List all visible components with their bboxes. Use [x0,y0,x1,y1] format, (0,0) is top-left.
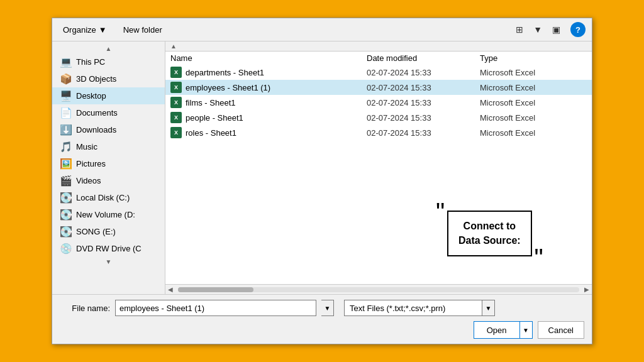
new-volume-d-label: New Volume (D: [76,210,135,219]
sidebar-item-downloads[interactable]: ⬇️ Downloads [52,121,165,138]
open-file-dialog: Organize ▼ New folder ⊞ ▼ ▣ ? ▲ 💻 This P… [52,18,592,344]
sidebar-item-dvd-rw[interactable]: 💿 DVD RW Drive (C [52,240,165,257]
organize-button[interactable]: Organize ▼ [58,23,111,37]
preview-pane-icon[interactable]: ▣ [548,22,564,37]
col-type-header[interactable]: Type [480,53,592,63]
file-columns: Name Date modified Type [165,52,592,65]
help-button[interactable]: ? [570,22,586,37]
file-date-cell: 02-07-2024 15:33 [367,98,480,107]
3d-objects-icon: 📦 [60,73,72,85]
sidebar-item-pictures[interactable]: 🖼️ Pictures [52,155,165,172]
buttons-row: Open ▼ Cancel [60,321,584,339]
table-row[interactable]: X roles - Sheet1 02-07-2024 15:33 Micros… [165,125,592,140]
file-type-cell: Microsoft Excel [480,98,592,107]
file-name-cell: X roles - Sheet1 [165,127,367,138]
filetype-value: Text Files (*.txt;*.csv;*.prn) [344,300,482,316]
3d-objects-label: 3D Objects [76,74,116,84]
filetype-dropdown-button[interactable]: ▼ [482,300,495,316]
new-volume-d-icon: 💽 [60,209,72,221]
filetype-select: Text Files (*.txt;*.csv;*.prn) ▼ [344,300,495,316]
filename-row: File name: ▼ Text Files (*.txt;*.csv;*.p… [60,300,584,316]
cancel-button[interactable]: Cancel [538,321,584,339]
file-date-cell: 02-07-2024 15:33 [367,128,480,138]
file-type-cell: Microsoft Excel [480,113,592,123]
sidebar-item-song-e[interactable]: 💽 SONG (E:) [52,223,165,240]
file-name-label: roles - Sheet1 [186,128,236,138]
sidebar-item-videos[interactable]: 🎬 Videos [52,172,165,189]
file-list-header: ▲ [165,41,592,52]
open-button[interactable]: Open [474,321,520,339]
downloads-icon: ⬇️ [60,124,72,136]
sidebar-item-desktop[interactable]: 🖥️ Desktop [52,87,165,104]
view-dropdown-icon[interactable]: ▼ [530,22,546,37]
organize-dropdown-icon: ▼ [99,25,107,35]
scroll-thumb[interactable] [178,287,253,292]
open-dropdown-button[interactable]: ▼ [520,321,533,339]
scroll-up-arrow-icon: ▲ [106,45,112,52]
file-name-label: films - Sheet1 [186,98,235,107]
main-content: ▲ 💻 This PC 📦 3D Objects 🖥️ Desktop 📄 Do… [52,41,592,294]
table-row[interactable]: X employees - Sheet1 (1) 02-07-2024 15:3… [165,80,592,95]
file-type-cell: Microsoft Excel [480,83,592,92]
sidebar-item-3d-objects[interactable]: 📦 3D Objects [52,70,165,87]
table-row[interactable]: X departments - Sheet1 02-07-2024 15:33 … [165,65,592,80]
videos-label: Videos [76,176,101,185]
file-date-cell: 02-07-2024 15:33 [367,68,480,77]
horizontal-scrollbar[interactable]: ◀ ▶ [165,284,592,294]
documents-label: Documents [76,108,118,118]
scroll-right-arrow-icon[interactable]: ▶ [582,286,592,293]
filename-input[interactable] [115,300,316,316]
filename-label: File name: [60,304,110,313]
file-name-cell: X departments - Sheet1 [165,67,367,78]
file-name-cell: X employees - Sheet1 (1) [165,82,367,93]
sidebar-item-local-disk-c[interactable]: 💽 Local Disk (C:) [52,189,165,206]
music-icon: 🎵 [60,141,72,153]
sidebar: ▲ 💻 This PC 📦 3D Objects 🖥️ Desktop 📄 Do… [52,41,165,294]
col-date-header[interactable]: Date modified [367,53,480,63]
file-name-label: employees - Sheet1 (1) [186,83,270,92]
documents-icon: 📄 [60,107,72,119]
file-date-cell: 02-07-2024 15:33 [367,83,480,92]
file-name-label: people - Sheet1 [186,113,243,123]
pictures-icon: 🖼️ [60,158,72,170]
view-icons: ⊞ ▼ ▣ [512,22,564,37]
view-list-icon[interactable]: ⊞ [512,22,527,37]
scroll-track [178,287,579,292]
file-date-cell: 02-07-2024 15:33 [367,113,480,123]
file-list: X departments - Sheet1 02-07-2024 15:33 … [165,65,592,284]
scroll-left-arrow-icon[interactable]: ◀ [165,286,175,293]
sidebar-item-this-pc[interactable]: 💻 This PC [52,53,165,70]
file-area: ▲ Name Date modified Type X departments … [165,41,592,294]
this-pc-label: This PC [76,57,105,67]
pictures-label: Pictures [76,159,106,168]
table-row[interactable]: X people - Sheet1 02-07-2024 15:33 Micro… [165,110,592,125]
dvd-rw-label: DVD RW Drive (C [76,244,142,253]
excel-icon: X [170,82,182,93]
sidebar-item-new-volume-d[interactable]: 💽 New Volume (D: [52,206,165,223]
this-pc-icon: 💻 [60,56,72,68]
sidebar-item-documents[interactable]: 📄 Documents [52,104,165,121]
sidebar-scroll-up[interactable]: ▲ [52,44,165,53]
col-name-header[interactable]: Name [165,53,367,63]
sidebar-item-music[interactable]: 🎵 Music [52,138,165,155]
dvd-rw-icon: 💿 [60,243,72,255]
file-type-cell: Microsoft Excel [480,68,592,77]
song-e-icon: 💽 [60,226,72,238]
sort-arrow: ▲ [165,43,182,50]
downloads-label: Downloads [76,125,116,134]
bottom-bar: File name: ▼ Text Files (*.txt;*.csv;*.p… [52,294,592,344]
file-type-cell: Microsoft Excel [480,128,592,138]
filename-dropdown-button[interactable]: ▼ [321,300,334,316]
file-name-cell: X people - Sheet1 [165,112,367,123]
file-name-cell: X films - Sheet1 [165,97,367,108]
local-disk-c-label: Local Disk (C:) [76,193,130,202]
local-disk-c-icon: 💽 [60,192,72,204]
file-name-label: departments - Sheet1 [186,68,264,77]
open-button-group: Open ▼ [474,321,533,339]
videos-icon: 🎬 [60,175,72,187]
sidebar-scroll-down[interactable]: ▼ [52,257,165,266]
song-e-label: SONG (E:) [76,227,116,236]
table-row[interactable]: X films - Sheet1 02-07-2024 15:33 Micros… [165,95,592,110]
new-folder-button[interactable]: New folder [118,23,168,37]
excel-icon: X [170,67,182,78]
